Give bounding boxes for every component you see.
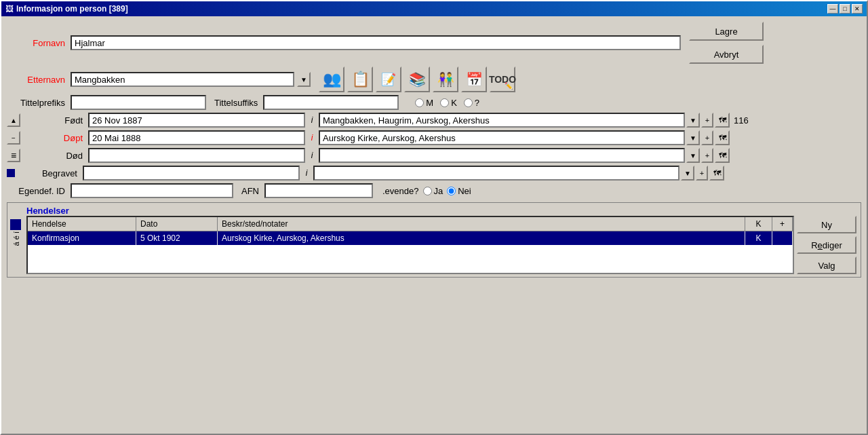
fodt-date-input[interactable] <box>88 113 305 128</box>
levende-nei-radio[interactable] <box>447 187 456 195</box>
radio-k-text: K <box>451 98 457 108</box>
row-k: K <box>745 231 772 245</box>
radio-q-label[interactable]: ? <box>464 98 479 108</box>
row-dato: 5 Okt 1902 <box>136 231 218 245</box>
hendelser-side-chars: á é í <box>12 231 20 246</box>
begravet-place-input[interactable] <box>313 166 679 181</box>
col-hendelse: Hendelse <box>28 217 136 231</box>
dopt-place-dropdown[interactable]: ▼ <box>686 130 700 145</box>
toolbar-btn-todo[interactable]: TODO ✏️ <box>490 67 515 92</box>
tittelprefiks-input[interactable] <box>71 95 206 110</box>
dod-place-plus[interactable]: + <box>701 148 713 163</box>
fodt-place-input[interactable] <box>319 113 685 128</box>
dopt-date-input[interactable] <box>88 130 305 145</box>
radio-m[interactable] <box>415 98 424 107</box>
egendef-label: Egendef. ID <box>7 186 68 196</box>
begravet-place-dropdown[interactable]: ▼ <box>681 166 694 181</box>
begravet-place-plus[interactable]: + <box>696 166 708 181</box>
dopt-label: Døpt <box>24 133 85 143</box>
fodt-place-plus[interactable]: + <box>701 113 713 128</box>
table-row[interactable]: Konfirmasjon 5 Okt 1902 Aurskog Kirke, A… <box>28 231 793 245</box>
gender-radio-group: M K ? <box>415 98 479 108</box>
ny-button[interactable]: Ny <box>797 216 856 233</box>
etternavn-input[interactable] <box>71 72 294 87</box>
toolbar-btn-notes[interactable]: 📋 <box>347 67 373 92</box>
row-beskr: Aurskog Kirke, Aurskog, Akershus <box>218 231 745 245</box>
dopt-i-marker: i <box>308 133 316 143</box>
rediger-label: Rediger <box>811 240 842 250</box>
dod-place-input[interactable] <box>319 148 685 163</box>
radio-m-label[interactable]: M <box>415 98 433 108</box>
rediger-button[interactable]: Rediger <box>797 236 856 254</box>
hendelser-title: Hendelser <box>26 206 69 216</box>
fornavn-input[interactable] <box>71 35 681 50</box>
dod-lines-btn[interactable]: ≡ <box>7 149 20 162</box>
radio-m-text: M <box>426 98 433 108</box>
dopt-place-row: ▼ + 🗺 <box>319 130 730 145</box>
hendelser-side-buttons: Ny Rediger Valg <box>797 216 858 274</box>
dod-date-input[interactable] <box>88 148 305 163</box>
begravet-i-marker: i <box>302 168 311 178</box>
radio-q-text: ? <box>475 98 479 108</box>
radio-k-label[interactable]: K <box>440 98 457 108</box>
dopt-place-plus[interactable]: + <box>701 130 713 145</box>
col-plus: + <box>772 217 793 231</box>
toolbar-btn-people[interactable]: 👥 <box>319 67 344 92</box>
fodt-label: Født <box>24 115 85 126</box>
avbryt-button[interactable]: Avbryt <box>689 45 764 64</box>
col-k: K <box>745 217 772 231</box>
begravet-date-input[interactable] <box>83 166 300 181</box>
toolbar-btn-notepad[interactable]: 📝 <box>376 67 401 92</box>
title-bar: 🖼 Informasjon om person [389] — □ ✕ <box>1 1 867 16</box>
dopt-place-input[interactable] <box>319 130 685 145</box>
dod-place-row: ▼ + 🗺 <box>319 148 730 163</box>
begravet-square-indicator <box>7 169 15 177</box>
levende-ja-radio[interactable] <box>423 187 432 195</box>
radio-q[interactable] <box>464 98 473 107</box>
levende-nei-label[interactable]: Nei <box>447 186 471 196</box>
begravet-map-btn[interactable]: 🗺 <box>709 166 724 181</box>
fodt-row: ▲ Født i ▼ + 🗺 116 <box>7 113 861 128</box>
fodt-map-btn[interactable]: 🗺 <box>715 113 730 128</box>
hendelser-table: Hendelse Dato Beskr/sted/notater K + Kon… <box>26 216 794 274</box>
fodt-up-arrow[interactable]: ▲ <box>7 113 20 127</box>
begravet-place-row: ▼ + 🗺 <box>313 166 724 181</box>
tittelsuffiks-input[interactable] <box>263 95 399 110</box>
row-plus <box>772 231 793 245</box>
radio-k[interactable] <box>440 98 449 107</box>
etternavn-dropdown[interactable]: ▼ <box>297 72 311 87</box>
egendef-row: Egendef. ID AFN .evende? Ja Nei <box>7 183 861 198</box>
window-icon: 🖼 <box>5 4 14 14</box>
close-button[interactable]: ✕ <box>852 4 863 14</box>
toolbar: 👥 📋 📝 📚 👫 📅 TODO <box>319 67 515 92</box>
hendelser-square-indicator <box>10 219 21 230</box>
fodt-place-dropdown[interactable]: ▼ <box>686 113 700 128</box>
hendelser-section: á é í Hendelser Hendelse Dato Beskr/sted… <box>7 202 861 278</box>
etternavn-label: Etternavn <box>7 75 68 85</box>
levende-ja-text: Ja <box>434 186 443 196</box>
window-title: Informasjon om person [389] <box>16 4 128 14</box>
toolbar-btn-books[interactable]: 📚 <box>404 67 430 92</box>
dod-place-dropdown[interactable]: ▼ <box>686 148 700 163</box>
maximize-button[interactable]: □ <box>840 4 850 14</box>
levende-ja-label[interactable]: Ja <box>423 186 443 196</box>
dod-i-marker: i <box>308 151 316 160</box>
dopt-minus-btn[interactable]: − <box>7 131 20 145</box>
valg-button[interactable]: Valg <box>797 257 856 274</box>
afn-input[interactable] <box>264 183 373 198</box>
dopt-map-btn[interactable]: 🗺 <box>715 130 730 145</box>
title-bar-buttons: — □ ✕ <box>827 4 863 14</box>
fornavn-row: Fornavn Lagre Avbryt <box>7 22 861 64</box>
toolbar-btn-couple[interactable]: 👫 <box>433 67 458 92</box>
egendef-input[interactable] <box>71 183 233 198</box>
fodt-i-marker: i <box>308 115 316 125</box>
main-window: 🖼 Informasjon om person [389] — □ ✕ Forn… <box>0 0 868 435</box>
toolbar-btn-calendar[interactable]: 📅 <box>461 67 487 92</box>
dopt-row: − Døpt i ▼ + 🗺 <box>7 130 861 145</box>
lagre-button[interactable]: Lagre <box>689 22 764 41</box>
row-hendelse: Konfirmasjon <box>28 231 136 245</box>
form-content: Fornavn Lagre Avbryt Etternavn ▼ 👥 📋 📝 <box>1 16 867 434</box>
dod-map-btn[interactable]: 🗺 <box>715 148 730 163</box>
begravet-label: Begravet <box>19 168 80 178</box>
minimize-button[interactable]: — <box>827 4 838 14</box>
